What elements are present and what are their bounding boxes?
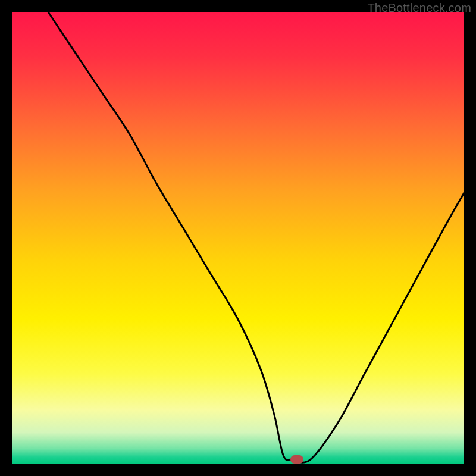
chart-frame: TheBottleneck.com	[0, 0, 476, 476]
optimal-marker	[290, 455, 303, 464]
gradient-rect	[12, 12, 464, 464]
chart-svg	[12, 12, 464, 464]
plot-area	[12, 12, 464, 464]
